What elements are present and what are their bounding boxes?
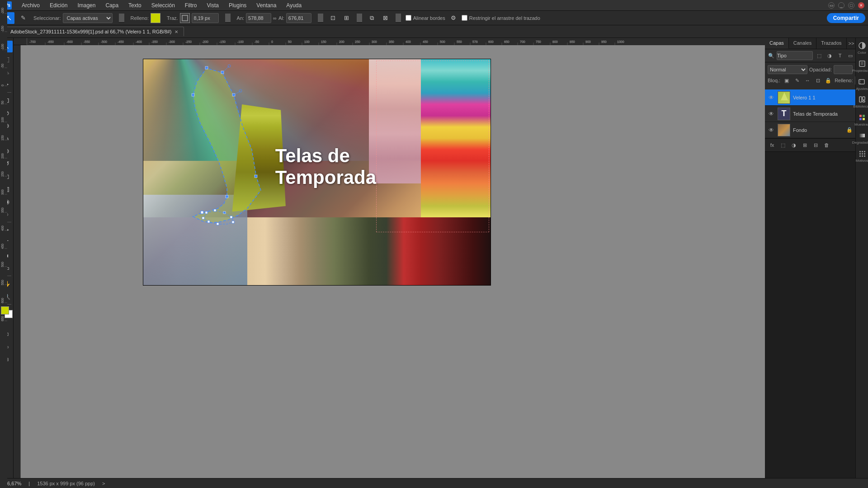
layer-mask-btn[interactable]: ⬚ [778,141,788,150]
restrict-label[interactable]: Restringir el arrastre del trazado [462,15,540,21]
menu-plugins[interactable]: Plugins [227,1,248,9]
path-align-btn[interactable]: ⊡ [328,13,339,23]
separator-1 [119,14,124,23]
fill-label: Relleno: [131,15,149,21]
ruler-row: -700 -650 -600 -550 -500 -450 -400 -350 … [14,38,765,45]
height-input[interactable] [286,13,311,23]
layer-item-velero[interactable]: 👁 Velero 1 1 [765,89,855,106]
tab-trazados[interactable]: Trazados [816,38,846,49]
win-minimize-btn[interactable]: _ [838,2,844,9]
win-maximize-btn[interactable]: □ [848,2,854,9]
layer-item-fondo[interactable]: 👁 Fondo 🔒 [765,122,855,138]
menu-filtro[interactable]: Filtro [183,1,199,9]
win-restore-btn[interactable]: ▭ [828,2,835,9]
libraries-panel-icon[interactable] [857,94,867,104]
svg-text:550: 550 [457,40,462,43]
align-borders-checkbox[interactable] [406,15,411,21]
menu-capa[interactable]: Capa [104,1,120,9]
svg-text:350: 350 [389,40,394,43]
layer-actions: fx ⬚ ◑ ⊞ ⊟ 🗑 [765,138,855,151]
fill-color-swatch[interactable] [151,13,160,23]
svg-rect-135 [859,80,864,84]
gradients-panel-icon[interactable] [857,131,867,141]
h-label: Al: [278,15,284,21]
layer-delete-btn[interactable]: 🗑 [822,141,831,150]
svg-text:-200: -200 [202,40,208,43]
menu-imagen[interactable]: Imagen [75,1,97,9]
svg-rect-151 [862,155,863,157]
document-tab[interactable]: AdobeStock_273911111-1536x999[1].psd al … [5,27,184,36]
menu-archivo[interactable]: Archivo [20,1,42,9]
canvas-text: Telas de Temporada [275,145,376,189]
layer-filter-pixel[interactable]: ⬚ [815,51,824,60]
icon-group-color: Color [857,41,867,55]
tab-close-btn[interactable]: ✕ [175,29,178,34]
color-panel-icon[interactable] [857,41,867,51]
layer-eye-fondo[interactable]: 👁 [768,127,775,134]
opacity-input[interactable]: 34% [834,65,853,74]
path-align2-btn[interactable]: ⊠ [380,13,391,23]
svg-text:900: 900 [585,40,591,43]
width-input[interactable] [246,13,271,23]
layer-group-btn[interactable]: ⊞ [800,141,809,150]
foreground-color[interactable] [1,306,9,314]
adjustments-panel-icon[interactable] [857,77,867,87]
main-area: ↖ ⬚ ⌓ ✦ ⊡ ⊘ ⊕ ✎ ⊛ ↺ ◻ ▥ ◉ ○ ✒ T ◂ ▭ ✋ 🔍 … [0,38,868,478]
blend-mode-select[interactable]: Normal [768,65,807,74]
share-button[interactable]: Compartir [827,13,865,23]
tab-canales[interactable]: Canales [789,38,816,49]
svg-text:-500: -500 [101,40,107,43]
patterns-panel-icon[interactable] [857,149,867,159]
blend-row: Normal Opacidad: 34% [768,65,853,74]
select-dropdown[interactable]: Capas activas [63,13,113,23]
lock-artboard-btn[interactable]: ↔ [803,76,812,85]
panel-expand-icon[interactable]: >> [849,41,854,46]
horizontal-ruler: -700 -650 -600 -550 -500 -450 -400 -350 … [27,38,765,45]
layer-new-btn[interactable]: ⊟ [811,141,820,150]
menu-texto[interactable]: Texto [127,1,143,9]
restrict-checkbox[interactable] [462,15,467,21]
workspace: -200 -150 -100 -50 0 50 100 [14,45,765,478]
layer-adjustment-btn[interactable]: ◑ [789,141,798,150]
lock-icon[interactable]: 🔒 [824,76,833,85]
layer-filter-adjust[interactable]: ◑ [825,51,834,60]
menu-vista[interactable]: Vista [205,1,220,9]
lock-position-btn[interactable]: ✎ [793,76,802,85]
properties-panel-icon[interactable] [857,59,867,69]
layer-item-telas[interactable]: 👁 T Telas de Temporada [765,106,855,122]
layer-eye-telas[interactable]: 👁 [768,110,775,117]
status-arrow[interactable]: > [102,481,105,486]
canvas-area[interactable]: Telas de Temporada [21,45,765,478]
menu-ventana[interactable]: Ventana [255,1,278,9]
select-option-group: Seleccionar: Capas activas [32,13,114,23]
fill-label: Relleno: [835,78,853,83]
layer-filter-text[interactable]: T [835,51,844,60]
traz-color[interactable] [180,13,190,23]
layer-fx-btn[interactable]: fx [768,141,777,150]
separator-3 [318,14,323,23]
pen-tool-btn[interactable]: ✎ [17,12,29,24]
lock-all-btn[interactable]: ⊡ [813,76,822,85]
menu-ayuda[interactable]: Ayuda [284,1,303,9]
svg-text:950: 950 [601,40,607,43]
path-ops-btn[interactable]: ⧉ [367,13,377,23]
traz-width-input[interactable] [192,13,219,23]
layer-name-telas: Telas de Temporada [793,111,853,117]
separator-2 [225,14,231,23]
layer-eye-velero[interactable]: 👁 [768,94,775,101]
swatches-panel-icon[interactable] [857,113,867,122]
align-borders-checkbox-label[interactable]: Alinear bordes [406,15,445,21]
menu-seleccion[interactable]: Selección [150,1,177,9]
menu-edicion[interactable]: Edición [48,1,69,9]
path-dist-btn[interactable]: ⊞ [341,13,352,23]
canvas-image[interactable]: Telas de Temporada [143,59,491,286]
svg-rect-146 [864,151,865,152]
options-bar: ↖ ✎ Seleccionar: Capas activas Relleno: … [0,11,868,25]
icon-group-adjustments: Ajustes [856,77,868,91]
layer-type-filter[interactable] [777,51,813,60]
tab-capas[interactable]: Capas [765,38,789,49]
search-icon[interactable]: 🔍 [768,51,775,60]
win-close-btn[interactable]: ✕ [858,2,864,9]
gear-icon[interactable]: ⚙ [448,13,459,23]
lock-pixels-btn[interactable]: ▣ [782,76,791,85]
